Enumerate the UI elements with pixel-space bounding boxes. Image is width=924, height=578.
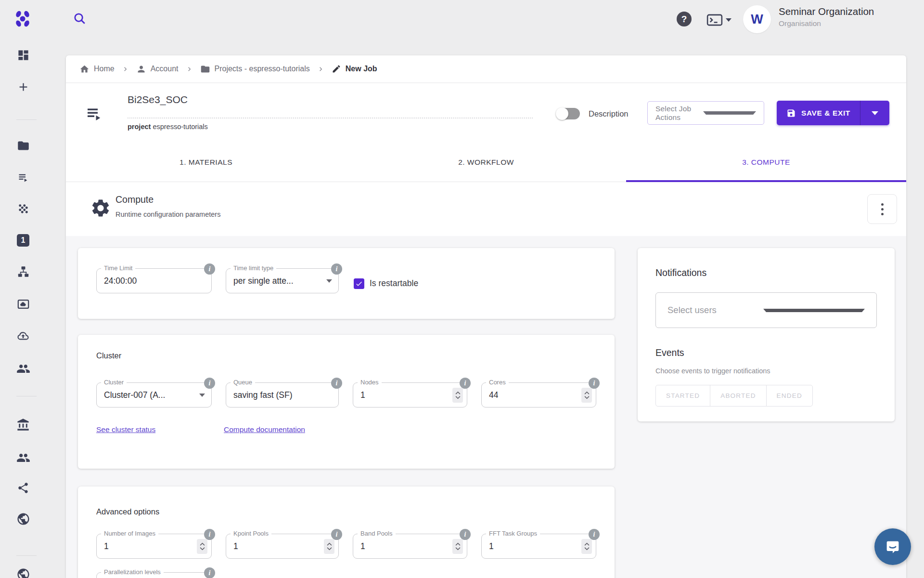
stepper-arrows[interactable] bbox=[452, 388, 463, 403]
advanced-options-card: Advanced options Number of Images 1 Kpoi… bbox=[78, 486, 615, 578]
chevron-down-icon bbox=[726, 18, 732, 22]
breadcrumb-label: Account bbox=[151, 65, 179, 73]
sidebar-item-jobs-badge[interactable]: 1 bbox=[0, 234, 46, 247]
info-icon[interactable] bbox=[204, 529, 215, 540]
save-exit-split-button: SAVE & EXIT bbox=[777, 101, 889, 125]
info-icon[interactable] bbox=[331, 263, 342, 275]
info-icon[interactable] bbox=[204, 378, 215, 389]
description-toggle[interactable] bbox=[556, 107, 580, 120]
app-logo-icon[interactable] bbox=[13, 9, 33, 29]
number-of-images-stepper[interactable]: Number of Images 1 bbox=[96, 534, 212, 559]
compute-subtitle: Runtime configuration parameters bbox=[116, 210, 220, 218]
info-icon[interactable] bbox=[204, 567, 215, 578]
field-value: 1 bbox=[360, 534, 365, 558]
sidebar-item-dashboard[interactable] bbox=[0, 49, 46, 62]
queue-field[interactable]: Queue saving fast (SF) bbox=[226, 382, 339, 407]
compute-documentation-link[interactable]: Compute documentation bbox=[224, 425, 305, 434]
playlist-play-icon[interactable] bbox=[84, 104, 104, 124]
event-ended-button[interactable]: ENDED bbox=[766, 385, 813, 407]
info-icon[interactable] bbox=[460, 529, 471, 540]
chevron-up-icon bbox=[455, 391, 461, 394]
chat-bubble-button[interactable] bbox=[874, 528, 911, 565]
avatar[interactable]: W bbox=[743, 5, 771, 33]
is-restartable-label: Is restartable bbox=[370, 278, 418, 289]
sidebar-item-media[interactable] bbox=[0, 298, 46, 311]
chevron-right-icon bbox=[185, 65, 193, 73]
breadcrumb-account[interactable]: Account bbox=[136, 64, 179, 74]
gear-icon bbox=[90, 197, 111, 219]
help-icon[interactable] bbox=[677, 12, 692, 26]
time-limit-field[interactable]: Time Limit 24:00:00 bbox=[96, 268, 212, 293]
sidebar-item-globe-partial[interactable] bbox=[0, 567, 46, 578]
stepper-arrows[interactable] bbox=[324, 539, 334, 554]
stepper-arrows[interactable] bbox=[581, 539, 592, 554]
band-pools-stepper[interactable]: Band Pools 1 bbox=[353, 534, 467, 559]
info-icon[interactable] bbox=[204, 263, 215, 275]
advanced-options-heading: Advanced options bbox=[96, 507, 159, 516]
toggle-knob bbox=[556, 107, 568, 120]
sidebar-item-share[interactable] bbox=[0, 482, 46, 494]
info-icon[interactable] bbox=[460, 378, 471, 389]
info-icon[interactable] bbox=[589, 378, 600, 389]
sidebar-item-job-scripts[interactable] bbox=[0, 171, 46, 184]
events-heading: Events bbox=[655, 347, 684, 358]
cluster-heading: Cluster bbox=[96, 351, 121, 360]
sidebar-item-materials[interactable] bbox=[0, 202, 46, 215]
nodes-stepper[interactable]: Nodes 1 bbox=[353, 382, 467, 407]
info-icon[interactable] bbox=[331, 378, 342, 389]
tab-materials[interactable]: 1. MATERIALS bbox=[66, 143, 346, 182]
event-aborted-button[interactable]: ABORTED bbox=[710, 385, 766, 407]
cores-stepper[interactable]: Cores 44 bbox=[481, 382, 596, 407]
save-exit-dropdown-button[interactable] bbox=[860, 101, 889, 125]
cluster-select[interactable]: Cluster Cluster-007 (A... bbox=[96, 382, 212, 407]
breadcrumb-project[interactable]: Projects - espresso-tutorials bbox=[200, 64, 310, 74]
console-menu-icon[interactable] bbox=[706, 13, 732, 26]
job-actions-select[interactable]: Select Job Actions bbox=[647, 101, 764, 125]
stepper-arrows[interactable] bbox=[197, 539, 207, 554]
org-subtitle: Organisation bbox=[779, 19, 821, 28]
info-icon[interactable] bbox=[331, 529, 342, 540]
sidebar-item-create-new[interactable] bbox=[0, 80, 46, 93]
chevron-up-icon bbox=[327, 542, 332, 546]
tab-workflow[interactable]: 2. WORKFLOW bbox=[346, 143, 626, 182]
org-name[interactable]: Seminar Organization bbox=[779, 6, 874, 17]
sidebar-divider bbox=[16, 555, 37, 556]
sidebar-item-organization[interactable] bbox=[0, 418, 46, 432]
main-panel: Home Account Projects - espresso-tutoria… bbox=[66, 55, 906, 578]
field-label: Parallelization levels bbox=[101, 568, 164, 576]
sidebar-item-workflows[interactable] bbox=[0, 265, 46, 278]
info-icon[interactable] bbox=[589, 529, 600, 540]
chevron-down-icon bbox=[703, 111, 757, 115]
stepper-arrows[interactable] bbox=[581, 388, 592, 403]
kpoint-pools-stepper[interactable]: Kpoint Pools 1 bbox=[226, 534, 339, 559]
fft-task-groups-stepper[interactable]: FFT Task Groups 1 bbox=[481, 534, 596, 559]
breadcrumb-label: Home bbox=[94, 65, 115, 73]
chevron-down-icon bbox=[872, 111, 878, 115]
tab-compute[interactable]: 3. COMPUTE bbox=[626, 143, 906, 182]
sidebar-item-team[interactable] bbox=[0, 362, 46, 376]
is-restartable-checkbox[interactable] bbox=[354, 278, 364, 289]
breadcrumb-home[interactable]: Home bbox=[79, 64, 115, 74]
time-limit-type-select[interactable]: Time limit type per single atte... bbox=[226, 268, 339, 293]
parallelization-levels-field[interactable]: Parallelization levels bbox=[96, 572, 212, 578]
sidebar-item-cloud-upload[interactable] bbox=[0, 329, 46, 343]
wizard-tabs: 1. MATERIALS 2. WORKFLOW 3. COMPUTE bbox=[66, 143, 906, 182]
chevron-up-icon bbox=[584, 391, 590, 394]
search-icon[interactable] bbox=[72, 11, 87, 26]
sidebar-divider bbox=[16, 119, 37, 120]
save-exit-button[interactable]: SAVE & EXIT bbox=[777, 101, 860, 125]
stepper-arrows[interactable] bbox=[452, 539, 463, 554]
job-header: Bi2Se3_SOC project espresso-tutorials De… bbox=[66, 82, 906, 143]
sidebar-item-org-users[interactable] bbox=[0, 451, 46, 465]
kebab-menu-button[interactable] bbox=[867, 194, 897, 224]
job-title[interactable]: Bi2Se3_SOC bbox=[128, 94, 188, 105]
event-started-button[interactable]: STARTED bbox=[655, 385, 710, 407]
notifications-heading: Notifications bbox=[655, 267, 706, 278]
select-users-dropdown[interactable]: Select users bbox=[655, 292, 877, 328]
person-icon bbox=[136, 64, 146, 74]
job-actions-label: Select Job Actions bbox=[655, 105, 703, 122]
field-value: Cluster-007 (A... bbox=[104, 383, 165, 407]
cluster-status-link[interactable]: See cluster status bbox=[96, 425, 155, 434]
sidebar-item-web[interactable] bbox=[0, 512, 46, 526]
sidebar-item-projects[interactable] bbox=[0, 139, 46, 152]
